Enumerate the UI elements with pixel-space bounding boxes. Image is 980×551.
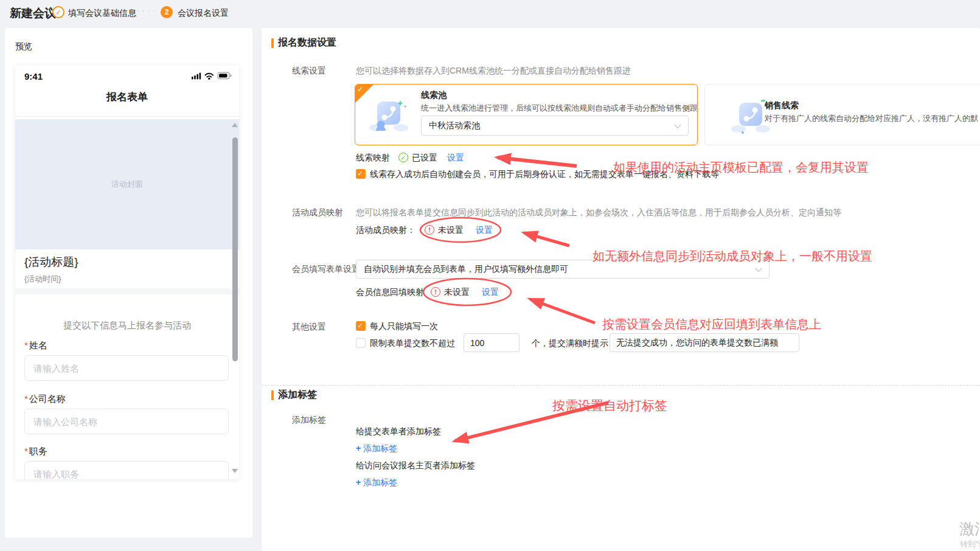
new-meeting-wizard-page: { "header": { "title": "新建会议", "separato… [0, 0, 980, 551]
required-asterisk: * [24, 446, 28, 456]
other-settings-label: 其他设置 [292, 322, 326, 333]
status-bar-icons [192, 71, 232, 80]
lead-mapping-status: 已设置 [412, 153, 437, 164]
lead-pool-illustration-icon [369, 97, 409, 133]
scroll-down-arrow[interactable] [232, 469, 238, 473]
field-label-company: *公司名称 [24, 393, 66, 405]
sales-lead-card[interactable]: 销售线索 对于有推广人的线索自动分配给对应推广人，没有推广人的默 [704, 84, 980, 145]
sales-lead-desc: 对于有推广人的线索自动分配给对应推广人，没有推广人的默 [765, 113, 980, 124]
auto-create-member-checkbox[interactable] [356, 169, 366, 179]
limit-full-message-input[interactable] [610, 333, 799, 352]
scrollbar-thumb[interactable] [232, 137, 238, 361]
battery-icon [218, 72, 231, 78]
form-intro-text: 提交以下信息马上报名参与活动 [15, 320, 239, 331]
member-mapping-desc: 您可以将报名表单提交信息同步到此活动的活动成员对象上，如参会场次，入住酒店等信息… [356, 207, 841, 218]
status-bar-time: 9:41 [24, 71, 43, 81]
annotation-note-backfill: 按需设置会员信息对应回填到表单信息上 [602, 316, 821, 333]
add-tag-button-visitors[interactable]: +添加标签 [356, 477, 397, 488]
visit-tag-desc: 给访问会议报名主页者添加标签 [356, 460, 475, 471]
plus-icon: + [356, 477, 361, 487]
limit-submissions-label: 限制表单提交数不超过 [370, 338, 455, 349]
step-number: 2 [165, 8, 169, 16]
not-configured-warning-icon: ! [431, 287, 440, 297]
member-mapping-label: 活动成员映射 [292, 207, 343, 218]
section-accent-bar [271, 390, 274, 400]
limit-suffix-label: 个，提交满额时提示 [532, 338, 608, 349]
event-cover-placeholder: 活动封面 [15, 119, 239, 249]
section-divider [262, 385, 980, 386]
windows-activation-watermark-line2: 转到"设置"以激活 Windows。 [960, 539, 980, 550]
fill-once-checkbox[interactable] [356, 321, 366, 331]
company-input [24, 409, 229, 434]
lead-pool-select[interactable]: 中秋活动索池 [421, 116, 689, 136]
phone-header-divider [15, 116, 239, 117]
lead-settings-desc: 您可以选择将数据存入到CRM线索池统一分配或直接自动分配给销售跟进 [356, 66, 631, 77]
field-label-job: *职务 [24, 446, 47, 457]
job-input [24, 461, 229, 479]
phone-preview: 9:41 报名表单 活动封面 {活动标题} { [15, 66, 239, 479]
required-asterisk: * [24, 340, 28, 350]
section-title-add-tags: 添加标签 [278, 389, 317, 401]
selected-check-icon: ✓ [357, 85, 363, 94]
required-asterisk: * [24, 393, 28, 404]
step-basic-info[interactable]: 填写会议基础信息 [68, 8, 136, 19]
section-gap [15, 288, 239, 294]
name-input [24, 355, 229, 381]
step-registration-settings[interactable]: 会议报名设置 [178, 8, 229, 19]
lead-mapping-label: 线索映射 [356, 153, 390, 164]
plus-icon: + [356, 443, 361, 453]
member-mapping-set-button[interactable]: 设置 [476, 225, 493, 236]
step-separator-dots: ···· [136, 5, 158, 15]
wifi-icon [206, 74, 214, 77]
event-title: {活动标题} [24, 254, 78, 270]
annotation-note-auto-tag: 按需设置自动打标签 [552, 397, 667, 414]
lead-pool-desc: 统一进入线索池进行管理，后续可以按线索池规则自动或者手动分配给销售侧跟进 详情 [421, 103, 698, 114]
member-mapping-status: 未设置 [438, 225, 464, 236]
step2-number-badge: 2 [161, 6, 173, 18]
lead-pool-title: 线索池 [421, 90, 447, 101]
signal-icon [192, 73, 201, 80]
phone-form-title: 报名表单 [15, 90, 239, 104]
annotation-note-member-mapping: 如无额外信息同步到活动成员对象上，一般不用设置 [593, 248, 872, 265]
member-backfill-set-button[interactable]: 设置 [482, 287, 499, 298]
check-icon: ✓ [55, 9, 61, 16]
step1-complete-icon: ✓ [52, 6, 64, 18]
lead-pool-select-value: 中秋活动索池 [429, 120, 480, 131]
member-form-label: 会员填写表单设置 [292, 264, 360, 275]
sales-lead-title: 销售线索 [765, 100, 799, 111]
add-tag-button-submitters[interactable]: +添加标签 [356, 443, 397, 454]
fill-once-label: 每人只能填写一次 [370, 321, 438, 332]
submit-tag-desc: 给提交表单者添加标签 [356, 426, 441, 437]
page-title: 新建会议 [10, 5, 56, 21]
section-title-registration-data: 报名数据设置 [278, 36, 336, 49]
field-label-name: *姓名 [24, 340, 47, 352]
member-backfill-status: 未设置 [444, 287, 470, 298]
cover-placeholder-text: 活动封面 [111, 179, 143, 190]
scroll-up-arrow[interactable] [232, 123, 238, 127]
add-tags-label: 添加标签 [292, 415, 326, 426]
member-mapping-row-label: 活动成员映射： [356, 225, 415, 236]
lead-pool-card[interactable]: ✓ 线索池 统一进入线索池进行管理，后续可以按线索池规则自动或者手动分配给销售侧… [355, 84, 698, 145]
preview-panel: 预览 9:41 报名表单 活动封面 { [5, 28, 252, 538]
member-backfill-row-label: 会员信息回填映射 [356, 287, 424, 298]
event-time: {活动时间} [24, 274, 61, 285]
wifi-dot [208, 78, 210, 80]
lead-mapping-set-button[interactable]: 设置 [447, 153, 464, 164]
limit-count-input[interactable] [464, 333, 520, 352]
section-accent-bar [271, 38, 274, 48]
settings-panel: 报名数据设置 线索设置 您可以选择将数据存入到CRM线索池统一分配或直接自动分配… [262, 28, 980, 551]
configured-check-icon: ✓ [398, 153, 408, 162]
windows-activation-watermark-line1: 激活 Windows [959, 519, 980, 539]
lead-settings-label: 线索设置 [292, 66, 326, 77]
annotation-note-template-reuse: 如果使用的活动主页模板已配置，会复用其设置 [613, 159, 869, 176]
preview-label: 预览 [15, 41, 32, 52]
not-configured-warning-icon: ! [425, 225, 434, 235]
limit-submissions-checkbox[interactable] [356, 338, 366, 348]
wizard-header: 新建会议 ✓ 填写会议基础信息 ···· 2 会议报名设置 [0, 0, 980, 28]
member-form-select-value: 自动识别并填充会员到表单，用户仅填写额外信息即可 [364, 264, 568, 275]
